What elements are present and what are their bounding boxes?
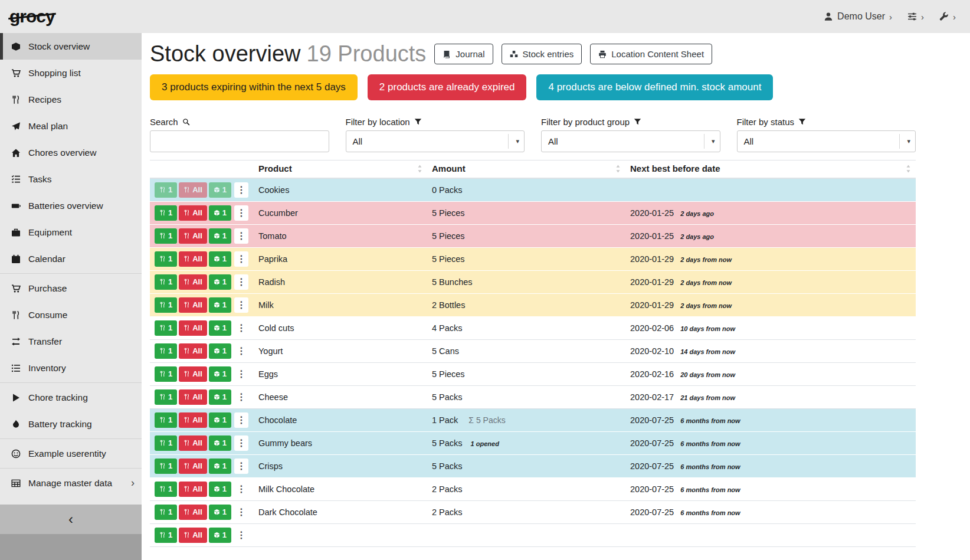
row-menu-button[interactable]: ⋮ — [234, 320, 248, 336]
sidebar-item-stock-overview[interactable]: Stock overview — [0, 33, 142, 60]
row-menu-button[interactable]: ⋮ — [234, 251, 248, 267]
sidebar-item-batteries-overview[interactable]: Batteries overview — [0, 192, 142, 219]
banner-danger[interactable]: 2 products are already expired — [368, 74, 527, 100]
open-one-button[interactable]: 1 — [209, 343, 231, 359]
consume-all-button[interactable]: All — [179, 274, 207, 290]
consume-all-button[interactable]: All — [179, 528, 207, 543]
open-one-button[interactable]: 1 — [209, 459, 231, 474]
consume-one-button[interactable]: 1 — [155, 343, 177, 359]
sidebar-item-battery-tracking[interactable]: Battery tracking — [0, 411, 142, 437]
consume-one-button[interactable]: 1 — [155, 205, 177, 221]
row-menu-button[interactable]: ⋮ — [234, 505, 248, 520]
consume-one-button[interactable]: 1 — [155, 228, 177, 244]
sidebar-item-shopping-list[interactable]: Shopping list — [0, 60, 142, 86]
consume-one-button[interactable]: 1 — [155, 482, 177, 497]
sidebar-item-transfer[interactable]: Transfer — [0, 328, 142, 355]
row-menu-button[interactable]: ⋮ — [234, 528, 248, 543]
filter-by-location-select[interactable]: All▾ — [346, 130, 525, 152]
open-one-button[interactable]: 1 — [209, 274, 231, 290]
consume-one-button[interactable]: 1 — [155, 435, 177, 451]
consume-all-button[interactable]: All — [179, 320, 207, 336]
open-one-button[interactable]: 1 — [209, 205, 231, 221]
consume-all-button[interactable]: All — [179, 205, 207, 221]
search-input[interactable] — [150, 130, 329, 152]
row-menu-button[interactable]: ⋮ — [234, 459, 248, 474]
consume-one-button[interactable]: 1 — [155, 251, 177, 267]
consume-all-button[interactable]: All — [179, 182, 207, 198]
admin-menu[interactable]: › — [939, 12, 956, 21]
consume-all-button[interactable]: All — [179, 297, 207, 313]
user-menu[interactable]: Demo User › — [824, 11, 892, 22]
open-one-button[interactable]: 1 — [209, 228, 231, 244]
sidebar-item-inventory[interactable]: Inventory — [0, 355, 142, 381]
row-menu-button[interactable]: ⋮ — [234, 366, 248, 382]
stock-entries-button[interactable]: Stock entries — [502, 44, 582, 64]
column-header-amount[interactable]: Amount — [427, 160, 625, 178]
sidebar-item-equipment[interactable]: Equipment — [0, 219, 142, 245]
consume-one-button[interactable]: 1 — [155, 528, 177, 543]
row-menu-button[interactable]: ⋮ — [234, 205, 248, 221]
banner-info[interactable]: 4 products are below defined min. stock … — [536, 74, 773, 100]
row-menu-button[interactable]: ⋮ — [234, 343, 248, 359]
consume-all-button[interactable]: All — [179, 228, 207, 244]
row-menu-button[interactable]: ⋮ — [234, 412, 248, 428]
sidebar-item-chores-overview[interactable]: Chores overview — [0, 139, 142, 166]
open-one-button[interactable]: 1 — [209, 389, 231, 405]
consume-one-button[interactable]: 1 — [155, 366, 177, 382]
filter-by-status-select[interactable]: All▾ — [737, 130, 916, 152]
row-menu-button[interactable]: ⋮ — [234, 435, 248, 451]
filter-label: Search — [150, 117, 329, 127]
row-menu-button[interactable]: ⋮ — [234, 274, 248, 290]
filter-by-product-group-select[interactable]: All▾ — [541, 130, 720, 152]
consume-all-button[interactable]: All — [179, 389, 207, 405]
sidebar-item-tasks[interactable]: Tasks — [0, 166, 142, 192]
open-one-button[interactable]: 1 — [209, 182, 231, 198]
consume-all-button[interactable]: All — [179, 343, 207, 359]
open-one-button[interactable]: 1 — [209, 482, 231, 497]
sidebar-item-calendar[interactable]: Calendar — [0, 245, 142, 272]
consume-all-button[interactable]: All — [179, 482, 207, 497]
consume-all-button[interactable]: All — [179, 459, 207, 474]
consume-one-button[interactable]: 1 — [155, 389, 177, 405]
row-menu-button[interactable]: ⋮ — [234, 228, 248, 244]
row-menu-button[interactable]: ⋮ — [234, 482, 248, 497]
sidebar-item-chore-tracking[interactable]: Chore tracking — [0, 384, 142, 411]
consume-all-button[interactable]: All — [179, 435, 207, 451]
consume-one-button[interactable]: 1 — [155, 320, 177, 336]
sidebar-collapse-button[interactable]: ‹ — [0, 505, 142, 534]
open-one-button[interactable]: 1 — [209, 366, 231, 382]
open-one-button[interactable]: 1 — [209, 412, 231, 428]
open-one-button[interactable]: 1 — [209, 435, 231, 451]
sidebar-item-recipes[interactable]: Recipes — [0, 86, 142, 113]
consume-all-button[interactable]: All — [179, 505, 207, 520]
row-menu-button[interactable]: ⋮ — [234, 297, 248, 313]
consume-one-button[interactable]: 1 — [155, 182, 177, 198]
consume-all-button[interactable]: All — [179, 366, 207, 382]
consume-one-button[interactable]: 1 — [155, 459, 177, 474]
row-menu-button[interactable]: ⋮ — [234, 389, 248, 405]
banner-warning[interactable]: 3 products expiring within the next 5 da… — [150, 74, 358, 100]
open-one-button[interactable]: 1 — [209, 251, 231, 267]
consume-one-button[interactable]: 1 — [155, 297, 177, 313]
consume-one-button[interactable]: 1 — [155, 412, 177, 428]
row-menu-button[interactable]: ⋮ — [234, 182, 248, 198]
sidebar-item-example-userentity[interactable]: Example userentity — [0, 440, 142, 467]
sidebar-item-manage-master-data[interactable]: Manage master data› — [0, 470, 142, 496]
column-header-product[interactable]: Product — [254, 160, 427, 178]
consume-one-button[interactable]: 1 — [155, 505, 177, 520]
open-one-button[interactable]: 1 — [209, 297, 231, 313]
consume-all-button[interactable]: All — [179, 251, 207, 267]
column-header-next-best-before-date[interactable]: Next best before date — [625, 160, 916, 178]
consume-all-button[interactable]: All — [179, 412, 207, 428]
open-one-button[interactable]: 1 — [209, 320, 231, 336]
open-one-button[interactable]: 1 — [209, 528, 231, 543]
open-one-button[interactable]: 1 — [209, 505, 231, 520]
cart-icon — [9, 68, 22, 78]
sidebar-item-meal-plan[interactable]: Meal plan — [0, 113, 142, 139]
journal-button[interactable]: Journal — [434, 44, 493, 64]
consume-one-button[interactable]: 1 — [155, 274, 177, 290]
location-content-sheet-button[interactable]: Location Content Sheet — [590, 44, 712, 64]
sidebar-item-purchase[interactable]: Purchase — [0, 275, 142, 302]
sidebar-item-consume[interactable]: Consume — [0, 302, 142, 328]
settings-menu[interactable]: › — [907, 12, 924, 21]
